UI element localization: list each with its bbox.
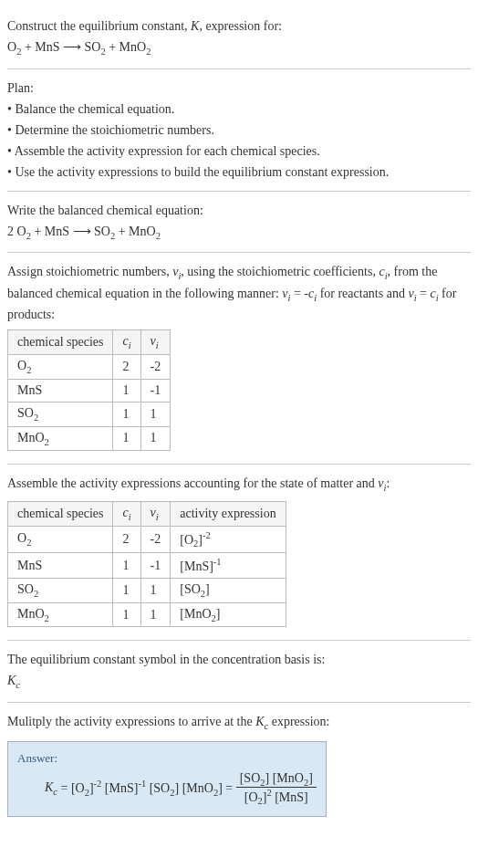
- col-header: ci: [113, 330, 140, 355]
- table-row: O2 2 -2: [8, 354, 171, 379]
- table-header-row: chemical species ci νi activity expressi…: [8, 501, 286, 526]
- balanced-equation: 2 O2 + MnS ⟶ SO2 + MnO2: [7, 222, 471, 244]
- col-header: chemical species: [8, 501, 113, 526]
- intro-equation: O2 + MnS ⟶ SO2 + MnO2: [7, 37, 471, 59]
- answer-equation: Kc = [O2]-2 [MnS]-1 [SO2] [MnO2] = [SO2]…: [17, 771, 317, 807]
- cell: 1: [113, 426, 140, 451]
- answer-box: Answer: Kc = [O2]-2 [MnS]-1 [SO2] [MnO2]…: [7, 741, 327, 817]
- cell: O2: [8, 526, 113, 552]
- symbol-text: The equilibrium constant symbol in the c…: [7, 650, 471, 669]
- cell: 1: [113, 602, 140, 627]
- plan-bullet: • Balance the chemical equation.: [7, 99, 471, 119]
- stoich-table: chemical species ci νi O2 2 -2 MnS 1 -1 …: [7, 329, 171, 451]
- cell: -2: [140, 354, 171, 379]
- col-header: chemical species: [8, 330, 113, 355]
- cell: SO2: [8, 578, 113, 602]
- cell: [MnO2]: [171, 602, 286, 627]
- cell: 1: [113, 379, 140, 402]
- table-row: MnO2 1 1 [MnO2]: [8, 602, 286, 627]
- cell: [MnS]-1: [171, 553, 286, 579]
- cell: -1: [140, 553, 171, 579]
- intro-title: Construct the equilibrium constant, K, e…: [7, 16, 471, 36]
- cell: 2: [113, 354, 140, 379]
- plan-bullet: • Assemble the activity expression for e…: [7, 141, 471, 161]
- col-header: νi: [140, 330, 171, 355]
- cell: MnS: [8, 553, 113, 579]
- cell: 1: [140, 578, 171, 602]
- cell: [O2]-2: [171, 526, 286, 552]
- answer-label: Answer:: [17, 751, 317, 766]
- table-row: MnS 1 -1: [8, 379, 171, 402]
- cell: 2: [113, 526, 140, 552]
- cell: MnO2: [8, 602, 113, 627]
- balanced-heading: Write the balanced chemical equation:: [7, 201, 471, 220]
- cell: 1: [113, 402, 140, 426]
- cell: 1: [140, 402, 171, 426]
- cell: O2: [8, 354, 113, 379]
- cell: 1: [113, 578, 140, 602]
- cell: -1: [140, 379, 171, 402]
- plan-section: Plan: • Balance the chemical equation. •…: [7, 69, 471, 192]
- col-header: νi: [140, 501, 171, 526]
- symbol-section: The equilibrium constant symbol in the c…: [7, 641, 471, 703]
- cell: 1: [140, 602, 171, 627]
- multiply-text: Mulitply the activity expressions to arr…: [7, 712, 471, 734]
- multiply-section: Mulitply the activity expressions to arr…: [7, 703, 471, 824]
- col-header: activity expression: [171, 501, 286, 526]
- table-row: MnO2 1 1: [8, 426, 171, 451]
- plan-bullet: • Determine the stoichiometric numbers.: [7, 120, 471, 140]
- table-row: SO2 1 1 [SO2]: [8, 578, 286, 602]
- table-header-row: chemical species ci νi: [8, 330, 171, 355]
- stoich-text: Assign stoichiometric numbers, νi, using…: [7, 262, 471, 324]
- col-header: ci: [113, 501, 140, 526]
- table-row: SO2 1 1: [8, 402, 171, 426]
- activity-text: Assemble the activity expressions accoun…: [7, 474, 471, 496]
- plan-bullet: • Use the activity expressions to build …: [7, 162, 471, 182]
- cell: [SO2]: [171, 578, 286, 602]
- activity-section: Assemble the activity expressions accoun…: [7, 465, 471, 641]
- cell: MnS: [8, 379, 113, 402]
- stoich-section: Assign stoichiometric numbers, νi, using…: [7, 253, 471, 465]
- table-row: O2 2 -2 [O2]-2: [8, 526, 286, 552]
- cell: -2: [140, 526, 171, 552]
- cell: MnO2: [8, 426, 113, 451]
- cell: 1: [140, 426, 171, 451]
- plan-heading: Plan:: [7, 78, 471, 98]
- cell: 1: [113, 553, 140, 579]
- table-row: MnS 1 -1 [MnS]-1: [8, 553, 286, 579]
- symbol-value: Kc: [7, 671, 471, 693]
- cell: SO2: [8, 402, 113, 426]
- balanced-section: Write the balanced chemical equation: 2 …: [7, 192, 471, 254]
- activity-table: chemical species ci νi activity expressi…: [7, 501, 286, 628]
- intro-section: Construct the equilibrium constant, K, e…: [7, 7, 471, 69]
